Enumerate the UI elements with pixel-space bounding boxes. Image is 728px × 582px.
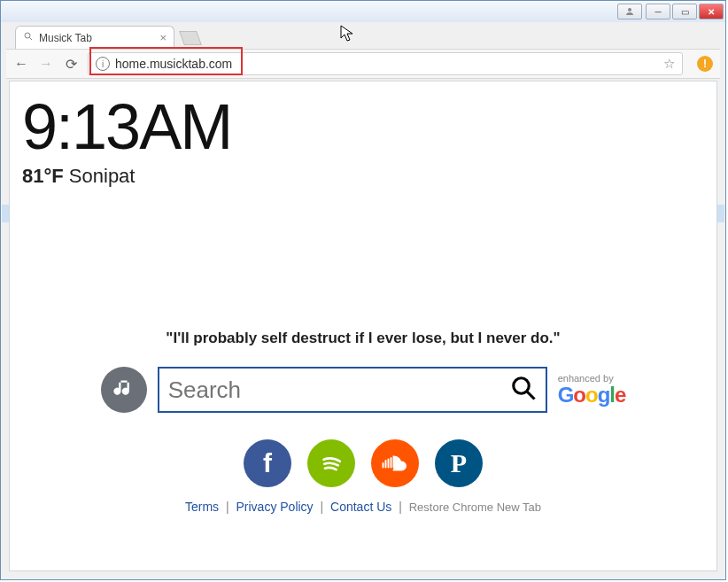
spotify-button[interactable] xyxy=(307,439,355,487)
social-links: f P xyxy=(10,439,716,487)
enhanced-by-label: enhanced by Google xyxy=(558,373,626,407)
restore-tab-link[interactable]: Restore Chrome New Tab xyxy=(409,501,541,514)
quote-text: "I'll probably self destruct if I ever l… xyxy=(10,330,716,347)
terms-link[interactable]: Terms xyxy=(185,500,219,514)
browser-tab[interactable]: Musick Tab × xyxy=(15,26,174,49)
bookmark-star-icon[interactable]: ☆ xyxy=(663,56,675,72)
search-icon xyxy=(23,31,34,44)
svg-point-1 xyxy=(25,33,30,38)
svg-line-2 xyxy=(30,38,33,41)
minimize-button[interactable]: ─ xyxy=(646,4,670,19)
user-account-button[interactable] xyxy=(617,4,642,19)
footer-links: Terms | Privacy Policy | Contact Us | Re… xyxy=(10,500,716,514)
site-info-icon[interactable]: i xyxy=(96,57,110,71)
facebook-button[interactable]: f xyxy=(244,439,291,487)
temperature: 81°F xyxy=(22,165,64,187)
alert-badge-icon[interactable]: ! xyxy=(697,56,713,72)
google-logo: Google xyxy=(558,384,626,407)
search-input[interactable] xyxy=(168,376,510,404)
tab-close-icon[interactable]: × xyxy=(159,31,167,44)
clock-time: 9:13AM xyxy=(22,90,231,163)
contact-link[interactable]: Contact Us xyxy=(330,500,391,514)
privacy-link[interactable]: Privacy Policy xyxy=(236,500,313,514)
tab-bar: Musick Tab × xyxy=(6,22,720,49)
tab-title: Musick Tab xyxy=(39,32,92,44)
browser-toolbar: ← → ⟳ i home.musicktab.com ☆ ! xyxy=(6,49,720,79)
window-titlebar: ─ ▭ ✕ xyxy=(1,1,725,22)
search-submit-icon[interactable] xyxy=(510,375,537,405)
music-icon[interactable] xyxy=(101,367,147,413)
page-content: 9:13AM 81°F Sonipat "I'll probably self … xyxy=(9,81,717,571)
weather-info: 81°F Sonipat xyxy=(22,165,135,188)
address-bar[interactable]: i home.musicktab.com ☆ xyxy=(88,52,683,75)
new-tab-button[interactable] xyxy=(179,31,202,45)
maximize-button[interactable]: ▭ xyxy=(672,4,697,19)
back-button[interactable]: ← xyxy=(13,56,29,72)
location: Sonipat xyxy=(69,165,136,187)
pandora-button[interactable]: P xyxy=(435,439,483,487)
mouse-cursor-icon xyxy=(340,25,354,46)
svg-point-3 xyxy=(513,378,529,394)
svg-line-4 xyxy=(526,392,534,400)
url-text: home.musicktab.com xyxy=(115,57,232,71)
forward-button[interactable]: → xyxy=(38,56,54,72)
search-box[interactable] xyxy=(158,367,547,413)
window-close-button[interactable]: ✕ xyxy=(699,4,724,19)
svg-point-0 xyxy=(628,8,631,12)
reload-button[interactable]: ⟳ xyxy=(63,56,79,73)
soundcloud-button[interactable] xyxy=(371,439,419,487)
